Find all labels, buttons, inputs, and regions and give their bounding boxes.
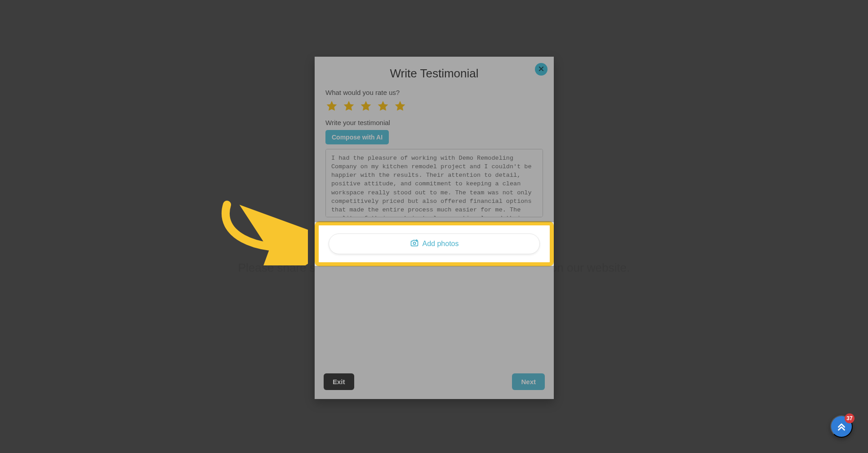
modal-footer: Exit Next (315, 366, 554, 399)
modal-header: Write Testimonial (315, 57, 554, 81)
testimonial-modal: Write Testimonial What would you rate us… (315, 57, 554, 399)
star-icon[interactable] (360, 100, 372, 112)
add-photos-label: Add photos (423, 240, 459, 248)
star-rating[interactable] (325, 100, 543, 112)
star-icon[interactable] (325, 100, 338, 112)
svg-point-2 (413, 242, 415, 244)
chevrons-up-icon (836, 420, 847, 433)
star-icon[interactable] (377, 100, 389, 112)
testimonial-textarea[interactable] (325, 149, 543, 217)
exit-button[interactable]: Exit (324, 373, 354, 390)
add-photos-button[interactable]: Add photos (329, 233, 540, 254)
fab-count-badge: 37 (845, 413, 855, 423)
star-icon[interactable] (394, 100, 406, 112)
close-button[interactable] (535, 63, 548, 76)
help-fab-button[interactable]: 37 (830, 415, 853, 438)
star-icon[interactable] (343, 100, 355, 112)
camera-plus-icon (410, 238, 419, 249)
next-button[interactable]: Next (512, 373, 545, 390)
close-icon (538, 66, 544, 73)
add-photos-highlight: Add photos (315, 221, 554, 266)
rating-label: What would you rate us? (325, 89, 543, 96)
compose-ai-button[interactable]: Compose with AI (325, 130, 389, 144)
modal-title: Write Testimonial (315, 67, 554, 81)
modal-body: What would you rate us? Write your testi… (315, 81, 554, 266)
write-label: Write your testimonial (325, 119, 543, 126)
